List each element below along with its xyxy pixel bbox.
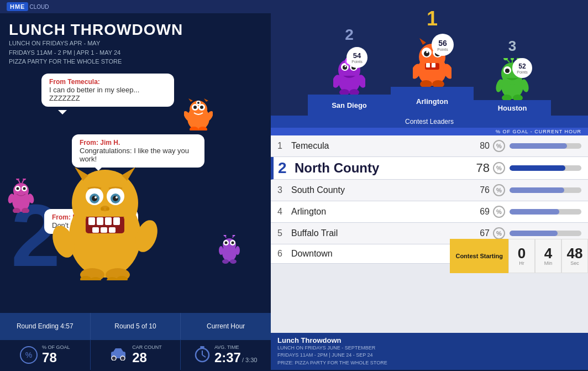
podium-1st-bar: Arlington	[391, 87, 474, 116]
podium-1st: 1	[391, 7, 474, 116]
svg-point-15	[13, 183, 29, 198]
svg-point-36	[92, 196, 97, 201]
hme-logo: HME	[7, 2, 28, 11]
pct-3: 76	[480, 185, 490, 195]
countdown-hours: 0 Hr	[508, 239, 535, 273]
bar-1	[510, 143, 581, 149]
svg-point-4	[193, 106, 197, 109]
svg-rect-49	[101, 227, 107, 233]
svg-point-72	[230, 259, 237, 264]
contest-info-title: Lunch Throwdown	[277, 336, 581, 344]
svg-point-71	[222, 259, 229, 264]
round-ending: Round Ending 4:57	[0, 313, 91, 339]
contest-info-box: Lunch Throwdown LUNCH ON FRIDAYS JUNE - …	[271, 333, 588, 370]
svg-point-69	[219, 246, 223, 255]
pct-icon-5: %	[493, 227, 505, 239]
left-panel: LUNCH THROWDOWN LUNCH ON FRIDAYS APR - M…	[0, 13, 271, 370]
svg-rect-44	[88, 217, 95, 225]
svg-point-124	[511, 58, 514, 60]
svg-marker-104	[419, 38, 426, 45]
store-2: North County	[295, 160, 476, 176]
rank-4: 4	[277, 207, 291, 217]
svg-point-76	[120, 356, 125, 360]
svg-marker-9	[204, 98, 208, 102]
contest-leaders-label: Contest Leaders	[271, 116, 588, 128]
percent-icon: %	[20, 346, 38, 364]
svg-point-39	[116, 196, 118, 198]
pct-1: 80	[480, 141, 490, 151]
bubble-2-from: From: Jim H.	[80, 139, 197, 147]
bubbles-area: 2 From Temecula: I can do better in my s…	[0, 71, 271, 313]
countdown-overlay: Contest Starting 0 Hr 4 Min 48 Sec	[450, 239, 588, 273]
avg-label: AVG. TIME	[214, 344, 258, 350]
round-of-text: Round 5 of 10	[114, 322, 156, 330]
table-row: 1 Temecula 80 %	[271, 135, 588, 157]
svg-marker-74	[113, 348, 123, 352]
svg-rect-48	[92, 227, 99, 233]
timer-icon	[195, 345, 210, 365]
rank-5: 5	[277, 228, 291, 238]
svg-point-75	[112, 356, 116, 360]
podium-2nd: 2	[308, 26, 391, 116]
monster-purple-small	[218, 235, 240, 266]
contest-info-line-2: FRIDAYS 11AM - 2PM | JUNE 24 - SEP 24	[277, 352, 581, 359]
bottom-bar: Round Ending 4:57 Round 5 of 10 Current …	[0, 313, 271, 339]
svg-point-70	[235, 246, 240, 255]
speech-bubble-1: From Temecula: I can do better in my sle…	[41, 74, 174, 107]
svg-point-64	[232, 242, 234, 244]
bubble-2-msg: Congratulations: I like the way you work…	[80, 147, 197, 163]
place-3-num: 3	[508, 38, 516, 55]
current-hour: Current Hour	[181, 313, 271, 339]
subtitle-line-3: PIZZA PARTY FOR THE WHOLE STORE	[9, 57, 262, 66]
svg-line-79	[202, 355, 206, 357]
store-3: South County	[291, 185, 480, 195]
round-ending-text: Round Ending 4:57	[17, 322, 74, 330]
svg-point-18	[17, 187, 19, 190]
store-4: Arlington	[291, 207, 480, 217]
monster-pink-left	[8, 179, 34, 215]
bar-3	[510, 187, 581, 193]
speech-bubble-2: From: Jim H. Congratulations: I like the…	[72, 134, 204, 168]
pct-2: 78	[476, 161, 490, 175]
svg-point-42	[106, 207, 109, 211]
subtitle-line-1: LUNCH ON FRIDAYS APR - MAY	[9, 39, 262, 48]
stats-bar: % % OF GOAL 78 CAR COUNT 28	[0, 339, 271, 370]
rank-6: 6	[277, 249, 291, 259]
avg-stat: AVG. TIME 2:37 / 3:30	[181, 340, 271, 370]
svg-rect-47	[113, 217, 120, 225]
car-stat: CAR COUNT 28	[91, 340, 181, 370]
svg-point-63	[225, 242, 228, 244]
svg-rect-112	[432, 63, 435, 67]
header: HME CLOUD	[0, 0, 588, 13]
svg-rect-80	[200, 346, 204, 348]
rank-2: 2	[278, 159, 295, 177]
bar-4	[510, 209, 581, 215]
podium-2nd-points: 54 Points	[347, 47, 368, 68]
countdown-minutes: 4 Min	[535, 239, 561, 273]
podium-2nd-monster: 54 Points	[333, 45, 365, 95]
pct-icon-1: %	[493, 140, 505, 152]
leaderboard: % OF GOAL - CURRENT HOUR 1 Temecula 80 %…	[271, 128, 588, 333]
table-row: 4 Arlington 69 %	[271, 201, 588, 223]
podium-3rd-monster: 52 Points	[496, 56, 529, 100]
podium-3rd-points: 52 Points	[512, 58, 532, 78]
svg-rect-46	[105, 217, 112, 225]
rank-1: 1	[277, 141, 291, 151]
podium-3rd: 3	[474, 38, 551, 116]
svg-point-37	[113, 196, 118, 201]
svg-point-38	[95, 196, 97, 198]
svg-rect-111	[426, 63, 430, 67]
table-row: 3 South County 76 %	[271, 180, 588, 201]
podium-1st-monster: 56 Points	[413, 32, 452, 87]
svg-point-117	[505, 69, 510, 73]
round-of: Round 5 of 10	[91, 313, 181, 339]
right-panel: 2	[271, 13, 588, 370]
podium-section: 2	[271, 13, 588, 116]
pct-icon-3: %	[493, 184, 505, 196]
podium-1st-points: 56 Points	[432, 34, 454, 56]
leaderboard-header: % OF GOAL - CURRENT HOUR	[271, 128, 588, 135]
store-1: Temecula	[291, 141, 480, 151]
car-icon	[109, 347, 128, 363]
pct-4: 69	[480, 207, 490, 217]
svg-rect-50	[109, 227, 116, 233]
